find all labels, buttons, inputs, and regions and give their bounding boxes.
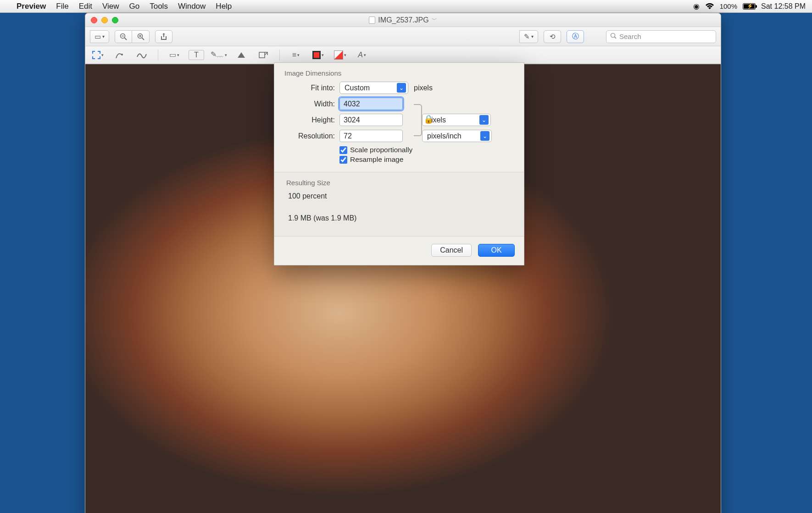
window-zoom-button[interactable] [112,17,118,23]
width-input[interactable]: 4032 [339,98,403,110]
resolution-value: 72 [344,132,352,140]
menu-window[interactable]: Window [178,2,206,11]
svg-point-7 [611,33,615,38]
sign-button[interactable]: ✎﹏▾ [211,49,227,61]
sketch-button[interactable] [134,49,150,61]
menu-file[interactable]: File [56,2,68,11]
battery-percent: 100% [720,2,737,10]
window-close-button[interactable] [91,17,97,23]
menubar-clock[interactable]: Sat 12:58 PM [761,2,806,11]
link-bracket-icon [414,104,422,136]
highlight-button[interactable]: ✎▾ [519,30,538,43]
menu-help[interactable]: Help [216,2,232,11]
width-value: 4032 [344,100,360,108]
dropdown-caret-icon: ⌄ [480,131,489,141]
fill-color-button[interactable]: ▾ [332,49,348,61]
window-title: IMG_2537.JPG [378,16,428,24]
menu-tools[interactable]: Tools [150,2,168,11]
svg-rect-11 [259,52,265,58]
menu-go[interactable]: Go [129,2,140,11]
resulting-size-header: Resulting Size [286,179,512,187]
svg-line-8 [615,37,617,39]
menu-view[interactable]: View [102,2,119,11]
scale-proportionally-checkbox[interactable] [339,146,347,154]
resolution-unit-value: pixels/inch [427,132,462,140]
rotate-button[interactable]: ⟲ [544,30,561,43]
svg-point-9 [121,54,123,55]
toolbar-divider [279,50,280,61]
svg-marker-10 [238,52,245,58]
width-label: Width: [284,100,335,108]
text-button[interactable]: T [189,50,204,60]
scale-proportionally-label: Scale proportionally [350,146,412,154]
toolbar-divider [158,50,158,61]
circle-status-icon[interactable]: ◉ [693,2,700,11]
search-placeholder: Search [619,33,641,40]
dropdown-caret-icon: ⌄ [397,83,406,93]
resample-image-checkbox[interactable] [339,156,347,164]
window-minimize-button[interactable] [101,17,108,23]
resolution-label: Resolution: [284,132,335,140]
sheet-header: Image Dimensions [284,69,514,77]
title-dropdown-icon[interactable]: ﹀ [432,16,437,24]
zoom-in-button[interactable] [132,30,150,43]
resample-image-label: Resample image [350,155,403,164]
share-button[interactable] [155,30,172,43]
markup-button[interactable]: Ⓐ [567,30,584,43]
adjust-color-button[interactable] [234,49,249,61]
search-input[interactable]: Search [606,30,716,43]
border-color-button[interactable]: ▾ [310,49,326,61]
window-titlebar[interactable]: IMG_2537.JPG ﹀ [85,13,721,27]
cancel-button[interactable]: Cancel [431,244,472,257]
resolution-unit-select[interactable]: pixels/inch ⌄ [422,130,492,142]
battery-icon[interactable]: ⚡ [743,3,756,10]
sidebar-view-button[interactable]: ▭▾ [90,30,109,43]
primary-toolbar: ▭▾ ✎▾ ⟲ Ⓐ Search [85,27,721,46]
fit-into-select[interactable]: Custom ⌄ [339,82,408,94]
fit-into-label: Fit into: [284,84,335,92]
zoom-out-button[interactable] [115,30,132,43]
text-style-button[interactable]: A▾ [354,49,370,61]
adjust-size-sheet: Image Dimensions Fit into: Custom ⌄ pixe… [274,62,524,265]
ok-button[interactable]: OK [478,244,515,257]
line-style-button[interactable]: ≡▾ [288,49,304,61]
shapes-button[interactable]: ▭▾ [167,49,182,61]
dropdown-caret-icon: ⌄ [479,115,489,125]
search-icon [610,33,617,40]
document-icon [369,17,375,24]
mac-menubar: Preview File Edit View Go Tools Window H… [0,0,812,13]
selection-tool-button[interactable]: ▾ [90,49,106,61]
svg-line-1 [125,38,127,40]
svg-line-4 [142,38,144,40]
instant-alpha-button[interactable] [112,49,128,61]
height-value: 3024 [344,116,360,124]
fit-into-value: Custom [345,84,370,92]
resulting-percent: 100 percent [288,192,510,200]
resulting-filesize: 1.9 MB (was 1.9 MB) [288,214,510,222]
lock-icon[interactable]: 🔒 [423,114,434,124]
menu-edit[interactable]: Edit [79,2,92,11]
height-input[interactable]: 3024 [339,114,403,126]
adjust-size-button[interactable] [256,49,271,61]
markup-toolbar: ▾ ▭▾ T ✎﹏▾ ≡▾ ▾ ▾ A▾ [85,46,721,64]
height-label: Height: [284,116,335,124]
app-name[interactable]: Preview [17,2,46,11]
fit-unit-label: pixels [414,84,433,92]
wifi-icon[interactable] [705,3,714,10]
resolution-input[interactable]: 72 [339,130,403,142]
